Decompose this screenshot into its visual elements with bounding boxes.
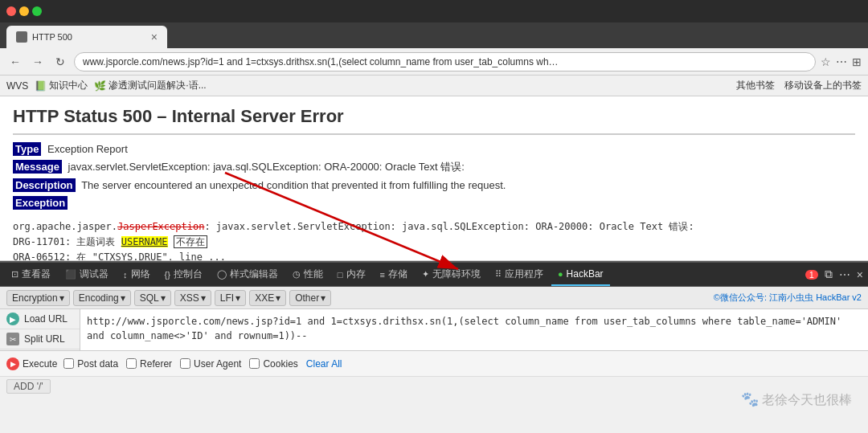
devtools-tab-debugger[interactable]: ⬛ 调试器: [59, 263, 115, 286]
xxe-menu[interactable]: XXE ▾: [249, 290, 286, 306]
execute-button[interactable]: ▶ Execute: [6, 357, 57, 370]
sql-label: SQL: [140, 292, 159, 304]
exception-line-1: org.apache.jasper.JasperException: javax…: [13, 219, 855, 235]
message-label: Message: [13, 160, 62, 174]
forward-button[interactable]: →: [29, 53, 47, 71]
execute-label: Execute: [23, 358, 57, 370]
postdata-input[interactable]: [63, 358, 74, 369]
devtools-copy-icon[interactable]: ⧉: [825, 268, 833, 281]
minimize-button[interactable]: [19, 6, 29, 16]
add-slash-button[interactable]: ADD '/': [6, 379, 51, 394]
useragent-label: User Agent: [194, 358, 241, 370]
hackbar-dot-icon: ●: [558, 269, 563, 279]
hackbar-actions: ▶ Load URL ✂ Split URL: [0, 309, 80, 350]
cookies-checkbox[interactable]: Cookies: [249, 358, 297, 370]
xss-label: XSS: [180, 292, 199, 304]
devtools-tab-performance[interactable]: ◷ 性能: [286, 263, 330, 286]
type-value: Exception Report: [47, 143, 128, 155]
cookies-input[interactable]: [249, 358, 260, 369]
xss-menu[interactable]: XSS ▾: [174, 290, 211, 306]
browser-tab[interactable]: HTTP 500 ×: [6, 26, 167, 48]
devtools-tab-hackbar[interactable]: ● HackBar: [551, 263, 610, 286]
devtools-tab-storage[interactable]: ≡ 存储: [374, 263, 414, 286]
exception-block: org.apache.jasper.JasperException: javax…: [13, 219, 855, 261]
debugger-icon: ⬛: [65, 269, 76, 280]
devtools-tab-network[interactable]: ↕ 网络: [117, 263, 157, 286]
load-url-label: Load URL: [24, 313, 68, 325]
devtools-tab-style[interactable]: ◯ 样式编辑器: [211, 263, 285, 286]
bookmark-wvs[interactable]: WVS: [6, 80, 28, 92]
hackbar: Encryption ▾ Encoding ▾ SQL ▾ XSS ▾ LFI …: [0, 287, 868, 396]
hackbar-url-area: ▶ Load URL ✂ Split URL: [0, 309, 868, 351]
split-url-button[interactable]: ✂ Split URL: [0, 329, 80, 349]
split-url-label: Split URL: [24, 333, 65, 345]
other-label: Other: [295, 292, 319, 304]
lfi-menu[interactable]: LFI ▾: [215, 290, 246, 306]
url-box[interactable]: www.jsporcle.com/news.jsp?id=1 and 1=ctx…: [74, 52, 816, 71]
postdata-label: Post data: [77, 358, 118, 370]
storage-icon: ≡: [380, 270, 385, 280]
tab-title: HTTP 500: [32, 32, 146, 42]
close-button[interactable]: [6, 6, 16, 16]
xxe-arrow: ▾: [276, 292, 280, 304]
other-arrow: ▾: [321, 292, 326, 304]
tab-favicon: [16, 31, 27, 43]
bookmark-knowledge[interactable]: 📗 知识中心: [35, 79, 88, 92]
postdata-checkbox[interactable]: Post data: [63, 358, 118, 370]
clear-all-label: Clear All: [306, 358, 342, 370]
execute-icon: ▶: [6, 357, 19, 370]
devtools-tab-inspect-label: 查看器: [22, 268, 51, 281]
referer-checkbox[interactable]: Referer: [126, 358, 172, 370]
refresh-button[interactable]: ↻: [51, 53, 69, 71]
memory-icon: □: [338, 270, 343, 280]
bookmarks-bar: WVS 📗 知识中心 🌿 渗透测试问题解决·语... 其他书签 移动设备上的书签: [0, 76, 868, 96]
network-icon: ↕: [123, 270, 128, 280]
encoding-menu[interactable]: Encoding ▾: [73, 290, 131, 306]
devtools-tab-console[interactable]: {} 控制台: [158, 263, 209, 286]
useragent-input[interactable]: [180, 358, 190, 369]
referer-input[interactable]: [126, 358, 137, 369]
load-url-button[interactable]: ▶ Load URL: [0, 309, 80, 329]
bookmark-other[interactable]: 其他书签: [736, 79, 775, 92]
devtools-tab-performance-label: 性能: [304, 268, 323, 281]
window-controls: [6, 6, 42, 16]
devtools-close-icon[interactable]: ×: [857, 268, 863, 281]
back-button[interactable]: ←: [6, 53, 24, 71]
devtools-tab-memory[interactable]: □ 内存: [331, 263, 372, 286]
devtools-more-icon[interactable]: ⋯: [839, 268, 850, 281]
devtools-tab-console-label: 控制台: [174, 268, 203, 281]
bookmark-mobile[interactable]: 移动设备上的书签: [784, 79, 862, 92]
description-label: Description: [13, 178, 76, 192]
devtools-tab-accessibility-label: 无障碍环境: [432, 268, 481, 281]
error-badge: 1: [805, 270, 818, 280]
checkboxes-area: Post data Referer User Agent Cookies Cle…: [63, 358, 342, 370]
devtools-tab-application[interactable]: ⠿ 应用程序: [489, 263, 550, 286]
tab-close-icon[interactable]: ×: [151, 31, 158, 43]
useragent-checkbox[interactable]: User Agent: [180, 358, 241, 370]
devtools-tab-style-label: 样式编辑器: [230, 268, 278, 281]
maximize-button[interactable]: [32, 6, 42, 16]
lfi-label: LFI: [220, 292, 234, 304]
devtools-tab-application-label: 应用程序: [505, 268, 543, 281]
accessibility-icon: ✦: [422, 269, 429, 280]
other-menu[interactable]: Other ▾: [289, 290, 331, 306]
bookmark-icon[interactable]: ☆: [821, 55, 831, 68]
devtools-tab-accessibility[interactable]: ✦ 无障碍环境: [416, 263, 487, 286]
devtools-tab-inspect[interactable]: ⊡ 查看器: [5, 263, 57, 286]
sql-arrow: ▾: [161, 292, 166, 304]
application-icon: ⠿: [495, 269, 502, 280]
sql-menu[interactable]: SQL ▾: [134, 290, 171, 306]
bookmark-pentest[interactable]: 🌿 渗透测试问题解决·语...: [94, 79, 206, 92]
bookmark-mobile-label: 移动设备上的书签: [784, 79, 862, 92]
hackbar-url-input[interactable]: [80, 309, 868, 350]
menu-icon[interactable]: ⋯: [836, 55, 847, 68]
extensions-icon[interactable]: ⊞: [852, 55, 862, 68]
clear-all-button[interactable]: Clear All: [306, 358, 342, 370]
referer-label: Referer: [140, 358, 172, 370]
main-content: HTTP Status 500 – Internal Server Error …: [0, 96, 868, 261]
bookmark-knowledge-label: 知识中心: [49, 79, 88, 92]
type-section: Type Exception Report: [13, 143, 855, 155]
encryption-menu[interactable]: Encryption ▾: [6, 290, 70, 306]
description-section: Description The server encountered an un…: [13, 179, 855, 191]
style-icon: ◯: [217, 269, 227, 280]
